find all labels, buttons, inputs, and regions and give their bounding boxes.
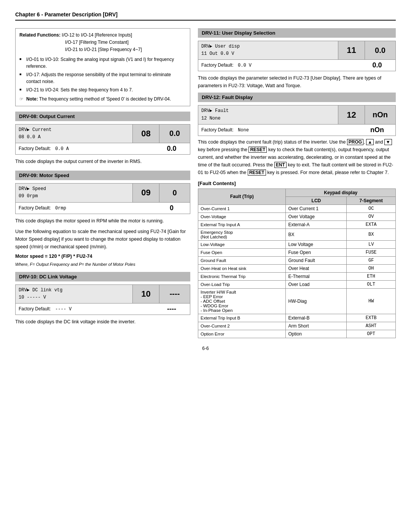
table-row: Emergency Stop (Not Latched)BXBX bbox=[198, 228, 396, 240]
drv11-title: DRV-11: User Display Selection bbox=[202, 30, 275, 36]
note-text: Note: The frequency setting method of 'S… bbox=[26, 96, 171, 102]
keypad-display-header: Keypad display bbox=[286, 189, 396, 197]
fault-seg-cell: GF bbox=[347, 256, 396, 264]
drv10-num: 10 bbox=[133, 285, 159, 303]
drv09-formula-note: Where, F= Output Frequency and P= the Nu… bbox=[15, 262, 190, 267]
drv08-screen: DRV▶ Current 08 0.0 A bbox=[16, 125, 133, 143]
fault-trip-cell: Over-Heat on Heat sink bbox=[198, 264, 286, 272]
fault-trip-cell: Low-Voltage bbox=[198, 240, 286, 248]
drv11-display-box: DRV▶ User disp 11 Out 0.0 V 11 0.0 Facto… bbox=[198, 41, 396, 71]
drv12-factory-bold: nOn bbox=[362, 126, 392, 134]
fault-lcd-cell: External-B bbox=[286, 314, 347, 322]
drv10-screen-line1: DRV▶ DC link vtg bbox=[19, 287, 129, 294]
drv10-factory-val: ---- V bbox=[55, 307, 72, 312]
table-row: Low-VoltageLow VoltageLV bbox=[198, 240, 396, 248]
reset-key-2: RESET bbox=[248, 169, 266, 176]
drv09-display-inner: DRV▶ Speed 09 0rpm 09 0 bbox=[16, 184, 190, 202]
fault-lcd-cell: Option bbox=[286, 330, 347, 338]
drv09-val: 0 bbox=[159, 184, 190, 202]
drv11-num: 11 bbox=[338, 41, 365, 59]
table-row: Inverter H/W Fault - EEP Error - ADC Off… bbox=[198, 288, 396, 314]
fault-trip-cell: External Trip Input A bbox=[198, 220, 286, 228]
drv08-display-inner: DRV▶ Current 08 0.0 A 08 0.0 bbox=[16, 125, 190, 143]
fault-trip-cell: Over-Voltage bbox=[198, 212, 286, 220]
fault-trip-cell: Option Error bbox=[198, 330, 286, 338]
lcd-header: LCD bbox=[286, 197, 347, 204]
fault-trip-cell: Over-Current 1 bbox=[198, 204, 286, 212]
drv11-header: DRV-11: User Display Selection bbox=[198, 28, 396, 38]
table-row: Over-Load TripOver LoadOLT bbox=[198, 280, 396, 288]
fault-lcd-cell: Arm Short bbox=[286, 322, 347, 330]
prog-key: PROG bbox=[347, 139, 363, 145]
drv11-screen: DRV▶ User disp 11 Out 0.0 V bbox=[198, 41, 338, 59]
table-row: Over-Current 2Arm ShortASHT bbox=[198, 322, 396, 330]
fault-lcd-cell: External-A bbox=[286, 220, 347, 228]
drv11-factory-label: Factory Default: 0.0 V bbox=[201, 62, 362, 68]
drv09-factory-bold: 0 bbox=[156, 204, 187, 212]
drv09-title: DRV-09: Motor Speed bbox=[19, 173, 69, 178]
drv09-factory-val: 0rmp bbox=[55, 206, 66, 211]
fault-seg-cell: FUSE bbox=[347, 248, 396, 256]
drv08-display-box: DRV▶ Current 08 0.0 A 08 0.0 Factory Def… bbox=[15, 124, 190, 155]
fault-lcd-cell: Over Current 1 bbox=[286, 204, 347, 212]
fault-lcd-cell: Fuse Open bbox=[286, 248, 347, 256]
fault-lcd-cell: Ground Fault bbox=[286, 256, 347, 264]
note-line: Note: The frequency setting method of 'S… bbox=[19, 96, 186, 103]
fault-col-trip: Fault (Trip) bbox=[198, 189, 286, 204]
drv09-header: DRV-09: Motor Speed bbox=[15, 171, 190, 180]
fault-lcd-cell: Low Voltage bbox=[286, 240, 347, 248]
drv08-desc: This code displays the output current of… bbox=[15, 158, 190, 165]
table-row: Over-VoltageOver VoltageOV bbox=[198, 212, 396, 220]
chapter-title: Chapter 6 - Parameter Description [DRV] bbox=[15, 11, 118, 18]
fault-seg-cell: OH bbox=[347, 264, 396, 272]
table-row: Ground FaultGround FaultGF bbox=[198, 256, 396, 264]
page-number: 6-6 bbox=[15, 346, 396, 351]
ent-key: ENT bbox=[274, 162, 287, 168]
drv09-screen: DRV▶ Speed 09 0rpm bbox=[16, 184, 133, 202]
drv11-desc: This code displays the parameter selecte… bbox=[198, 74, 396, 89]
fault-lcd-cell: Over Load bbox=[286, 280, 347, 288]
related-functions-label: Related Functions: bbox=[19, 32, 61, 38]
fault-lcd-cell: Over Voltage bbox=[286, 212, 347, 220]
fault-trip-cell: Inverter H/W Fault - EEP Error - ADC Off… bbox=[198, 288, 286, 314]
drv09-factory-row: Factory Default: 0rmp 0 bbox=[16, 202, 190, 214]
drv10-factory-bold: ---- bbox=[156, 305, 187, 313]
drv10-factory-row: Factory Default: ---- V ---- bbox=[16, 303, 190, 315]
drv09-num: 09 bbox=[133, 184, 159, 202]
drv11-factory-bold: 0.0 bbox=[362, 61, 392, 69]
drv11-screen-line2: 11 Out 0.0 V bbox=[201, 50, 335, 58]
related-line2: I/O-17 [Filtering Time Constant] bbox=[19, 40, 129, 45]
fault-seg-cell: EXTB bbox=[347, 314, 396, 322]
fault-seg-cell: OC bbox=[347, 204, 396, 212]
drv11-display-inner: DRV▶ User disp 11 Out 0.0 V 11 0.0 bbox=[198, 41, 395, 59]
drv11-factory-row: Factory Default: 0.0 V 0.0 bbox=[198, 59, 395, 71]
drv09-desc2: Use the following equation to scale the … bbox=[15, 228, 190, 251]
fault-seg-cell: HW bbox=[347, 288, 396, 314]
fault-lcd-cell: E-Thermal bbox=[286, 272, 347, 280]
drv11-screen-line1: DRV▶ User disp bbox=[201, 43, 335, 50]
table-row: Over-Heat on Heat sinkOver HeatOH bbox=[198, 264, 396, 272]
related-line1: I/O-12 to I/O-14 [Reference Inputs] bbox=[62, 32, 132, 38]
drv12-title: DRV-12: Fault Display bbox=[202, 94, 253, 100]
drv11-val: 0.0 bbox=[365, 41, 395, 59]
drv12-screen-line2: 12 None bbox=[201, 115, 335, 122]
bullet-list: I/O-01 to I/O-10: Scaling the analog inp… bbox=[19, 56, 186, 93]
drv12-factory-row: Factory Default: None nOn bbox=[198, 124, 395, 136]
drv10-header: DRV-10: DC Link Voltage bbox=[15, 272, 190, 281]
table-row: External Trip Input BExternal-BEXTB bbox=[198, 314, 396, 322]
fault-seg-cell: BX bbox=[347, 228, 396, 240]
drv08-factory-row: Factory Default: 0.0 A 0.0 bbox=[16, 143, 190, 154]
drv08-factory-bold: 0.0 bbox=[156, 145, 187, 153]
fault-seg-cell: EXTA bbox=[347, 220, 396, 228]
drv11-factory-val: 0.0 V bbox=[238, 63, 252, 68]
fault-seg-cell: OLT bbox=[347, 280, 396, 288]
fault-table: Fault (Trip) Keypad display LCD 7-Segmen… bbox=[198, 189, 396, 338]
down-key: ▼ bbox=[384, 139, 392, 145]
reset-key-1: RESET bbox=[249, 147, 267, 153]
table-row: External Trip Input AExternal-AEXTA bbox=[198, 220, 396, 228]
drv09-display-box: DRV▶ Speed 09 0rpm 09 0 Factory Default:… bbox=[15, 183, 190, 214]
drv08-val: 0.0 bbox=[159, 125, 190, 143]
drv08-factory-val: 0.0 A bbox=[55, 146, 69, 152]
drv10-screen: DRV▶ DC link vtg 10 ----- V bbox=[16, 285, 133, 303]
table-row: Option ErrorOptionOPT bbox=[198, 330, 396, 338]
